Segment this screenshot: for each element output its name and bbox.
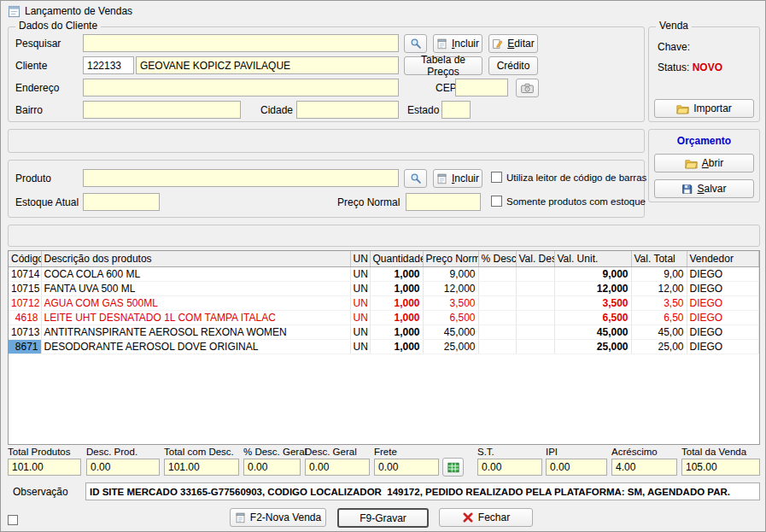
- barcode-checkbox[interactable]: Utiliza leitor de código de barras: [491, 172, 646, 183]
- bairro-label: Bairro: [15, 104, 43, 116]
- col-vendedor[interactable]: Vendedor: [687, 251, 759, 266]
- total-da-venda: Total da Venda: [681, 447, 760, 476]
- cell-val-desc: [516, 310, 554, 324]
- col-val-unit[interactable]: Val. Unit.: [554, 251, 631, 266]
- cell-vendedor: DIEGO: [687, 281, 759, 295]
- cep-camera-button[interactable]: [516, 79, 539, 97]
- somente-estoque-checkbox[interactable]: Somente produtos com estoque: [491, 196, 646, 207]
- cidade-input[interactable]: [296, 101, 399, 119]
- checkbox-box[interactable]: [491, 196, 502, 207]
- total-com-desc-field[interactable]: [164, 459, 239, 476]
- form-icon: [436, 173, 447, 184]
- cliente-codigo-field[interactable]: [83, 56, 134, 74]
- footer-checkbox[interactable]: [8, 515, 18, 525]
- window-icon: [8, 5, 20, 18]
- endereco-input[interactable]: [83, 79, 399, 96]
- cell-val-desc: [516, 339, 554, 354]
- produto-input[interactable]: [83, 169, 399, 187]
- cliente-nome-field[interactable]: [136, 56, 399, 74]
- observacao-field[interactable]: [85, 482, 760, 500]
- frete-label: Frete: [374, 447, 439, 457]
- cell-quantidade: 1,000: [370, 339, 423, 354]
- perc-desc-geral-field[interactable]: [243, 459, 301, 476]
- table-row[interactable]: 10713 ANTITRANSPIRANTE AEROSOL REXONA WO…: [9, 324, 759, 339]
- checkbox-box[interactable]: [491, 172, 502, 183]
- total-com-desc: Total com Desc.: [164, 447, 239, 476]
- produto-group: Produto Incluir Utiliza leitor de código…: [8, 160, 645, 218]
- frete-field[interactable]: [374, 459, 439, 476]
- editar-cliente-label: Editar: [507, 38, 534, 50]
- salvar-orcamento-button[interactable]: Salvar: [654, 179, 754, 198]
- search-client-button[interactable]: [404, 34, 427, 53]
- table-row[interactable]: 4618 LEITE UHT DESNATADO 1L COM TAMPA IT…: [9, 310, 759, 324]
- gravar-label: F9-Gravar: [360, 512, 406, 524]
- cell-val-unit: 12,000: [554, 281, 631, 295]
- desc-prod-field[interactable]: [86, 459, 160, 476]
- cell-perc-desc: [478, 310, 516, 324]
- estoque-atual-label: Estoque Atual: [15, 196, 79, 208]
- table-row[interactable]: 8671 DESODORANTE AEROSOL DOVE ORIGINAL U…: [9, 339, 759, 354]
- frete-grid-icon: [447, 462, 459, 473]
- window-title: Lançamento de Vendas: [25, 5, 132, 17]
- credito-button[interactable]: Crédito: [488, 56, 538, 75]
- credito-label: Crédito: [497, 60, 530, 72]
- acrescimo-field[interactable]: [611, 459, 677, 476]
- tabela-precos-button[interactable]: Tabela de Preços: [404, 56, 482, 75]
- st-field[interactable]: [477, 459, 542, 476]
- cell-quantidade: 1,000: [370, 266, 423, 281]
- nova-venda-button[interactable]: F2-Nova Venda: [230, 508, 326, 527]
- col-val-desc[interactable]: Val. Desc.: [516, 251, 554, 266]
- col-codigo[interactable]: Código: [9, 251, 41, 266]
- cell-quantidade: 1,000: [370, 324, 423, 339]
- importar-label: Importar: [693, 102, 732, 114]
- total-da-venda-field[interactable]: [681, 459, 760, 476]
- abrir-orcamento-button[interactable]: Abrir: [654, 154, 754, 172]
- gravar-button[interactable]: F9-Gravar: [337, 508, 429, 528]
- importar-button[interactable]: Importar: [654, 99, 754, 118]
- cell-un: UN: [350, 281, 370, 295]
- editar-cliente-button[interactable]: Editar: [488, 34, 538, 53]
- search-product-button[interactable]: [404, 169, 427, 188]
- ipi-field[interactable]: [546, 459, 607, 476]
- incluir-produto-button[interactable]: Incluir: [433, 169, 482, 188]
- dados-cliente-group-title: Dados do Cliente: [15, 20, 101, 32]
- incluir-cliente-button[interactable]: Incluir: [433, 34, 482, 53]
- estoque-atual-field[interactable]: [83, 193, 160, 211]
- cell-val-total: 25,00: [631, 339, 687, 354]
- spacer-panel-grid: [8, 225, 760, 247]
- frete-calc-button[interactable]: [442, 458, 464, 476]
- products-grid[interactable]: Código Descrição dos produtos UN Quantid…: [8, 250, 760, 445]
- table-row[interactable]: 10715 FANTA UVA 500 ML UN 1,000 12,000 1…: [9, 281, 759, 295]
- col-perc-desc[interactable]: % Desc.: [478, 251, 516, 266]
- fechar-label: Fechar: [478, 512, 510, 523]
- col-quantidade[interactable]: Quantidade: [370, 251, 423, 266]
- col-descricao[interactable]: Descrição dos produtos: [41, 251, 350, 266]
- estado-input[interactable]: [441, 101, 471, 119]
- cep-input[interactable]: [455, 79, 508, 96]
- cell-val-desc: [516, 266, 554, 281]
- cell-vendedor: DIEGO: [687, 310, 759, 324]
- bairro-input[interactable]: [83, 101, 241, 119]
- dados-cliente-group: Dados do Cliente Pesquisar Incluir Edita…: [8, 26, 645, 122]
- form-icon: [235, 512, 246, 523]
- folder-open-icon: [685, 158, 698, 169]
- fechar-button[interactable]: Fechar: [439, 508, 533, 527]
- frete: Frete: [374, 447, 439, 476]
- cell-descricao: COCA COLA 600 ML: [41, 266, 350, 281]
- cell-codigo: 4618: [9, 310, 41, 324]
- cell-val-total: 12,00: [631, 281, 687, 295]
- total-produtos-field[interactable]: [8, 459, 81, 476]
- cell-val-unit: 25,000: [554, 339, 631, 354]
- col-val-total[interactable]: Val. Total: [631, 251, 687, 266]
- abrir-label: Abrir: [702, 157, 723, 169]
- col-preco-normal[interactable]: Preço Normal: [423, 251, 478, 266]
- pesquisar-input[interactable]: [83, 34, 399, 52]
- preco-normal-field[interactable]: [406, 193, 481, 211]
- cell-preco-normal: 9,000: [423, 266, 478, 281]
- desc-geral-field[interactable]: [305, 459, 370, 476]
- table-row[interactable]: 10714 COCA COLA 600 ML UN 1,000 9,000 9,…: [9, 266, 759, 281]
- cell-codigo: 10715: [9, 281, 41, 295]
- acrescimo-label: Acréscimo: [611, 447, 677, 457]
- col-un[interactable]: UN: [350, 251, 370, 266]
- table-row[interactable]: 10712 AGUA COM GAS 500ML UN 1,000 3,500 …: [9, 295, 759, 310]
